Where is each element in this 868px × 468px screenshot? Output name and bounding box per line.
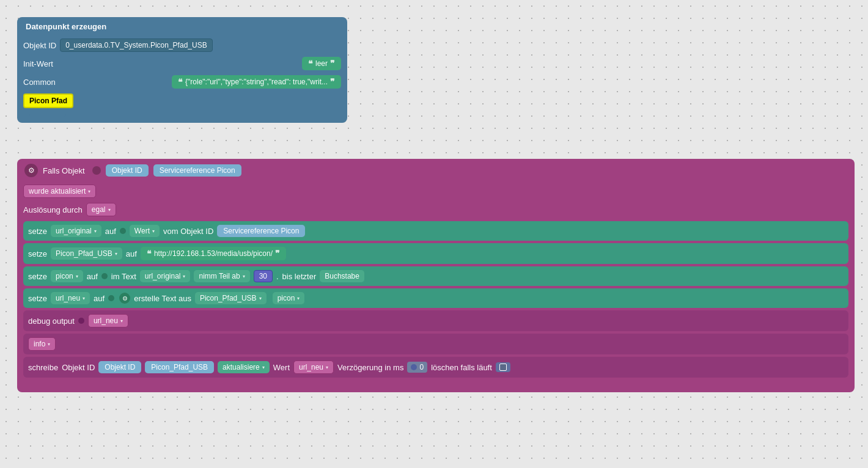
setze-picon-pfad-row: setze Picon_Pfad_USB ▾ auf ❝ http://192.… <box>23 243 848 264</box>
picon-pfad-usb-ref-pill[interactable]: Picon_Pfad_USB ▾ <box>195 292 267 304</box>
buchstabe-pill[interactable]: Buchstabe <box>320 270 364 282</box>
setze-url-original-row: setze url_original ▾ auf Wert ▾ vom Obje… <box>23 221 848 241</box>
common-row: Common ❝ {"role":"url","type":"string","… <box>17 73 347 91</box>
ausloesung-row: Auslösung durch egal ▾ <box>17 200 855 219</box>
objekt-id-value[interactable]: 0_userdata.0.TV_System.Picon_Pfad_USB <box>60 38 212 52</box>
picon-pill[interactable]: picon ▾ <box>51 270 83 282</box>
setze-picon-row: setze picon ▾ auf im Text url_original ▾… <box>23 266 848 286</box>
init-wert-row: Init-Wert ❝ leer ❞ <box>17 54 347 73</box>
url-neu-pill[interactable]: url_neu ▾ <box>51 292 90 304</box>
connector3 <box>108 295 114 301</box>
connector2 <box>101 273 108 279</box>
gear-icon[interactable]: ⚙ <box>24 164 38 177</box>
schreibe-objekt-id-label: Objekt ID <box>98 361 141 373</box>
schreibe-picon-pfad-usb: Picon_Pfad_USB <box>145 361 214 373</box>
picon-var-pill[interactable]: picon ▾ <box>273 292 305 304</box>
wurde-row: wurde aktualisiert ▾ <box>17 182 855 200</box>
setze-url-neu-row: setze url_neu ▾ auf ⚙ erstelle Text aus … <box>23 288 848 308</box>
connector-dot <box>92 166 101 175</box>
verzoegerung-value-pill: 0 <box>407 362 427 373</box>
wurde-pill[interactable]: wurde aktualisiert ▾ <box>23 185 96 198</box>
url-original-ref-pill[interactable]: url_original ▾ <box>140 270 191 282</box>
block-tab-bottom <box>29 111 66 117</box>
falls-block: ⚙ Falls Objekt Objekt ID Servicereferenc… <box>17 159 855 392</box>
connector4 <box>78 318 84 324</box>
falls-header-row: ⚙ Falls Objekt Objekt ID Servicereferenc… <box>17 159 855 182</box>
picon-pfad-usb-pill[interactable]: Picon_Pfad_USB ▾ <box>51 247 122 260</box>
objekt-id-row: Objekt ID 0_userdata.0.TV_System.Picon_P… <box>17 36 347 54</box>
common-pill: ❝ {"role":"url","type":"string","read": … <box>172 75 341 89</box>
init-wert-pill: ❝ leer ❞ <box>302 57 341 70</box>
objekt-id-label: Objekt ID <box>106 164 149 177</box>
info-row: info ▾ <box>23 334 848 354</box>
nimm-teil-pill[interactable]: nimm Teil ab ▾ <box>194 270 249 282</box>
connector <box>120 228 126 234</box>
picon-row: Picon Pfad <box>17 91 347 111</box>
servicereference-pill2: Servicereference Picon <box>217 225 305 237</box>
aktualisiere-pill[interactable]: aktualisiere ▾ <box>218 361 270 373</box>
debug-output-row: debug output url_neu ▾ <box>23 310 848 331</box>
datenpunkt-block: Datenpunkt erzeugen Objekt ID 0_userdata… <box>17 17 347 123</box>
picon-pfad-label[interactable]: Picon Pfad <box>23 93 73 108</box>
loeschen-checkbox[interactable] <box>496 362 510 372</box>
connector5 <box>411 364 417 370</box>
servicereference-picon-pill: Servicereference Picon <box>153 164 241 177</box>
wert-pill[interactable]: Wert ▾ <box>130 225 160 237</box>
debug-url-neu-pill[interactable]: url_neu ▾ <box>88 314 128 327</box>
checkbox[interactable] <box>499 364 507 371</box>
falls-block-tab-bottom <box>29 380 66 386</box>
info-pill[interactable]: info ▾ <box>28 337 56 351</box>
gear-icon2: ⚙ <box>119 293 130 304</box>
datenpunkt-header: Datenpunkt erzeugen <box>17 17 347 36</box>
url-value-pill: ❝ http://192.168.1.53/media/usb/picon/ ❞ <box>141 247 286 260</box>
url-neu-wert-pill[interactable]: url_neu ▾ <box>293 360 334 374</box>
schreibe-row: schreibe Objekt ID Objekt ID Picon_Pfad_… <box>23 357 848 378</box>
egal-pill[interactable]: egal ▾ <box>86 203 116 216</box>
url-original-pill[interactable]: url_original ▾ <box>51 225 101 237</box>
number-30-pill[interactable]: 30 <box>254 270 273 282</box>
